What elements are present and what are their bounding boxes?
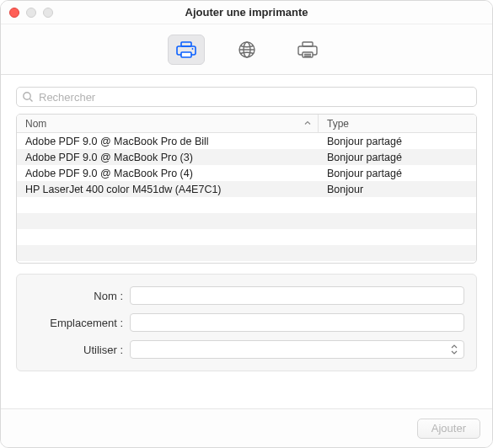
minimize-window-button[interactable] [26, 8, 36, 18]
table-row[interactable]: Adobe PDF 9.0 @ MacBook Pro (3) Bonjour … [17, 149, 476, 165]
add-button[interactable]: Ajouter [417, 419, 480, 439]
empty-row [17, 229, 476, 245]
svg-rect-8 [303, 42, 313, 46]
list-body: Adobe PDF 9.0 @ MacBook Pro de Bill Bonj… [17, 133, 476, 261]
empty-row [17, 213, 476, 229]
column-header-name-label: Nom [25, 118, 46, 130]
sort-ascending-icon [304, 119, 311, 128]
empty-row [17, 197, 476, 213]
search-input[interactable] [16, 87, 477, 107]
window-title: Ajouter une imprimante [1, 6, 492, 19]
default-printer-tab[interactable] [168, 35, 205, 65]
globe-icon [237, 40, 257, 60]
content-area: Nom Type Adobe PDF 9.0 @ MacBook Pro de … [1, 75, 492, 408]
location-label: Emplacement : [29, 317, 130, 329]
svg-rect-1 [181, 42, 191, 46]
table-row[interactable]: Adobe PDF 9.0 @ MacBook Pro (4) Bonjour … [17, 165, 476, 181]
column-header-type[interactable]: Type [319, 118, 476, 130]
printer-type: Bonjour partagé [319, 136, 476, 147]
printer-name: Adobe PDF 9.0 @ MacBook Pro de Bill [17, 136, 319, 147]
printer-type: Bonjour [319, 184, 476, 195]
printer-name: HP LaserJet 400 color M451dw (A4E7C1) [17, 184, 319, 195]
add-printer-window: Ajouter une imprimante [0, 0, 493, 448]
column-header-type-label: Type [327, 118, 349, 130]
svg-point-3 [191, 48, 193, 50]
toolbar [1, 24, 492, 75]
zoom-window-button[interactable] [43, 8, 53, 18]
table-row[interactable]: Adobe PDF 9.0 @ MacBook Pro de Bill Bonj… [17, 133, 476, 149]
empty-row [17, 245, 476, 261]
table-row[interactable]: HP LaserJet 400 color M451dw (A4E7C1) Bo… [17, 181, 476, 197]
windows-printer-tab[interactable] [289, 35, 326, 65]
use-select[interactable] [130, 340, 464, 359]
printer-name: Adobe PDF 9.0 @ MacBook Pro (3) [17, 152, 319, 163]
column-header-name[interactable]: Nom [17, 115, 319, 132]
titlebar: Ajouter une imprimante [1, 1, 492, 24]
use-label: Utiliser : [29, 344, 130, 356]
details-panel: Nom : Emplacement : Utiliser : [16, 274, 477, 371]
printer-icon [175, 40, 197, 60]
window-controls [9, 8, 53, 18]
printer-type: Bonjour partagé [319, 152, 476, 163]
location-field[interactable] [130, 313, 464, 332]
shared-printer-icon [297, 40, 319, 60]
printer-type: Bonjour partagé [319, 168, 476, 179]
footer: Ajouter [1, 408, 492, 447]
svg-rect-2 [181, 52, 191, 57]
list-header: Nom Type [17, 115, 476, 133]
printer-name: Adobe PDF 9.0 @ MacBook Pro (4) [17, 168, 319, 179]
name-field[interactable] [130, 286, 464, 305]
close-window-button[interactable] [9, 8, 19, 18]
chevron-updown-icon [447, 343, 461, 356]
printer-list: Nom Type Adobe PDF 9.0 @ MacBook Pro de … [16, 114, 477, 264]
name-label: Nom : [29, 290, 130, 302]
ip-printer-tab[interactable] [228, 35, 265, 65]
search-field-wrap [16, 87, 477, 107]
